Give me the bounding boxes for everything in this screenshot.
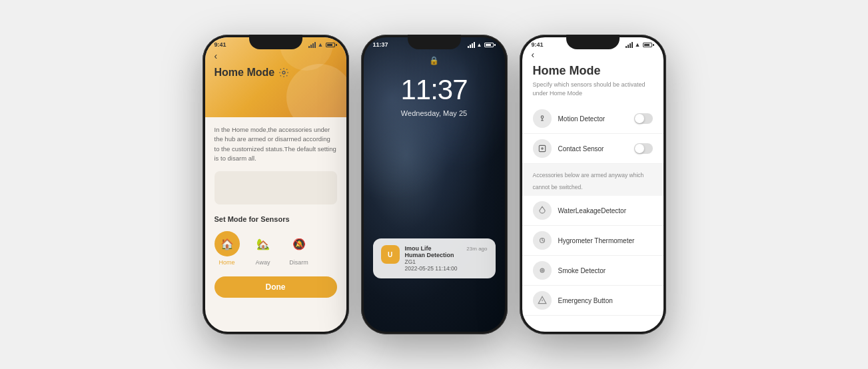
back-button1[interactable]: ‹ — [205, 48, 346, 64]
switchable-sensors: Motion Detector Contact Sensor — [522, 104, 663, 164]
signal2-icon — [468, 42, 475, 48]
phone3-title: Home Mode — [522, 61, 663, 81]
emergency-sensor-name: Emergency Button — [558, 297, 653, 304]
phone3-subtitle: Specify which sensors should be activate… — [522, 81, 663, 104]
battery3-icon — [643, 43, 654, 47]
home-icon-circle: 🏠 — [215, 231, 240, 256]
mode-disarm[interactable]: 🔕 Disarm — [286, 231, 312, 266]
phone3-wrapper: 9:41 ▲ ‹ Home Mode Speci — [520, 35, 666, 334]
notif-app-icon: U — [381, 245, 400, 264]
notif-content: Imou Life 23m ago Human Detection ZG1 20… — [405, 245, 488, 272]
motion-sensor-name: Motion Detector — [558, 115, 634, 123]
disarm-icon: 🔕 — [292, 238, 306, 250]
placeholder-graphic — [215, 171, 337, 204]
gear-icon[interactable] — [278, 67, 289, 78]
mode-buttons: 🏠 Home 🏡 Away 🔕 Disarm — [215, 231, 337, 266]
water-sensor-name: WaterLeakageDetector — [558, 207, 653, 214]
status-time2: 11:37 — [373, 41, 388, 48]
phone3: 9:41 ▲ ‹ Home Mode Speci — [520, 35, 666, 334]
home-mode-header: Home Mode — [205, 64, 346, 81]
home-mode-btn-label: Home — [218, 259, 234, 266]
back-button3[interactable]: ‹ — [522, 48, 663, 61]
phone2: 11:37 ▲ 🔒 11:37 Wednesd — [361, 35, 508, 334]
sensor-hygro: Hygrometer Thermometer — [522, 226, 663, 256]
notification-card[interactable]: U Imou Life 23m ago Human Detection ZG1 … — [373, 238, 496, 278]
lock-date: Wednesday, May 25 — [401, 109, 467, 117]
motion-toggle[interactable] — [634, 113, 653, 124]
svg-point-5 — [540, 268, 544, 272]
notch2 — [408, 35, 461, 49]
phone2-screen: 11:37 ▲ 🔒 11:37 Wednesd — [364, 37, 505, 332]
disarm-mode-btn-label: Disarm — [289, 259, 308, 266]
status-icons2: ▲ — [468, 42, 496, 48]
phone1: 9:41 ▲ — [203, 35, 349, 334]
away-icon-plain: 🏡 — [250, 231, 276, 256]
hygro-sensor-icon — [533, 231, 552, 250]
sensor-water: WaterLeakageDetector — [522, 196, 663, 226]
svg-point-1 — [541, 116, 544, 119]
contact-sensor-name: Contact Sensor — [558, 145, 634, 153]
battery2-icon — [484, 43, 496, 47]
wifi3-icon: ▲ — [635, 41, 641, 48]
notch1 — [249, 35, 302, 49]
sensor-motion: Motion Detector — [522, 104, 663, 134]
phone1-wrapper: 9:41 ▲ — [203, 35, 349, 334]
set-mode-label: Set Mode for Sensors — [215, 215, 337, 223]
disarm-icon-plain: 🔕 — [286, 231, 312, 256]
smoke-sensor-name: Smoke Detector — [558, 267, 653, 274]
contact-toggle[interactable] — [634, 143, 653, 154]
sensor-emergency: Emergency Button — [522, 286, 663, 316]
motion-sensor-icon — [533, 109, 552, 128]
battery-icon — [326, 43, 337, 47]
status-time3: 9:41 — [532, 41, 544, 48]
signal3-icon — [626, 42, 633, 48]
water-sensor-icon — [533, 201, 552, 220]
phone1-body: In the Home mode,the accessories under t… — [205, 117, 346, 306]
done-button[interactable]: Done — [215, 276, 337, 298]
sensor-contact: Contact Sensor — [522, 134, 663, 164]
mode-away[interactable]: 🏡 Away — [250, 231, 276, 266]
svg-point-6 — [541, 270, 542, 271]
imou-icon: U — [388, 251, 392, 258]
toggle-knob1 — [635, 114, 644, 123]
armed-section-label: Accessories below are armed anyway which… — [533, 172, 644, 190]
emergency-sensor-icon — [533, 291, 552, 310]
notif-subtitle: ZG1 — [405, 258, 488, 265]
notif-title: Human Detection — [405, 252, 488, 258]
mode-home[interactable]: 🏠 Home — [215, 231, 240, 266]
wifi2-icon: ▲ — [477, 42, 482, 48]
notif-time-ago: 23m ago — [466, 246, 487, 252]
home-mode-description: In the Home mode,the accessories under t… — [215, 125, 337, 163]
away-mode-btn-label: Away — [256, 259, 270, 266]
phone1-title: Home Mode — [215, 67, 275, 79]
armed-section-divider: Accessories below are armed anyway which… — [522, 164, 663, 196]
svg-point-3 — [541, 148, 542, 149]
phone1-screen: 9:41 ▲ — [205, 37, 346, 332]
notch3 — [566, 35, 620, 49]
status-icons3: ▲ — [626, 41, 654, 48]
phone2-wrapper: 11:37 ▲ 🔒 11:37 Wednesd — [361, 35, 508, 334]
toggle-knob2 — [635, 144, 644, 153]
home-icon: 🏠 — [220, 238, 234, 250]
smoke-sensor-icon — [533, 261, 552, 280]
cloud-effect — [364, 37, 505, 243]
contact-sensor-icon — [533, 139, 552, 158]
sensor-smoke: Smoke Detector — [522, 256, 663, 286]
lock-icon: 🔒 — [429, 56, 439, 65]
notif-timestamp: 2022-05-25 11:14:00 — [405, 265, 488, 272]
phone3-screen: 9:41 ▲ ‹ Home Mode Speci — [522, 37, 663, 332]
phone1-header: 9:41 ▲ — [205, 37, 346, 117]
svg-rect-2 — [539, 146, 545, 152]
svg-point-0 — [282, 71, 285, 74]
status-time1: 9:41 — [215, 41, 226, 48]
armed-sensors: WaterLeakageDetector Hygrometer Thermome… — [522, 196, 663, 316]
lock-time: 11:37 — [400, 74, 467, 106]
notif-app-name: Imou Life — [405, 245, 432, 252]
away-icon: 🏡 — [256, 238, 270, 250]
hygro-sensor-name: Hygrometer Thermometer — [558, 237, 653, 244]
